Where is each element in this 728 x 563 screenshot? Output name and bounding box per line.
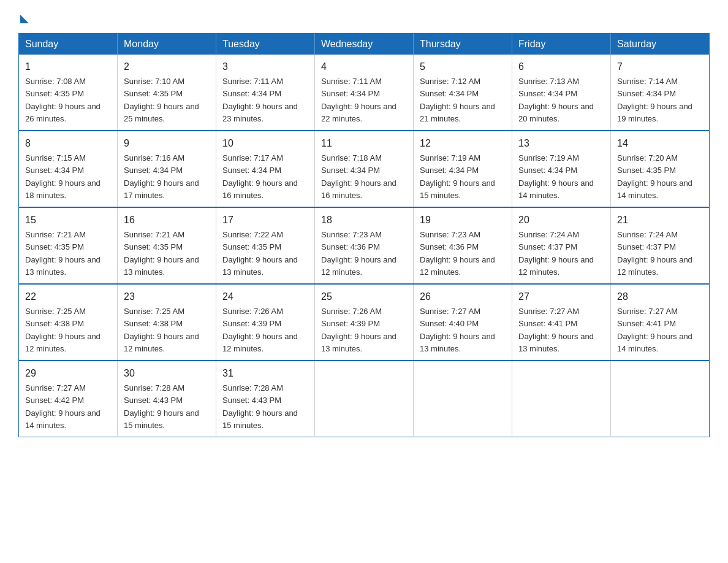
day-number: 1	[25, 59, 111, 74]
calendar-cell: 29Sunrise: 7:27 AMSunset: 4:42 PMDayligh…	[19, 361, 118, 437]
day-number: 15	[25, 213, 111, 228]
day-number: 27	[518, 289, 604, 304]
day-number: 25	[321, 289, 407, 304]
day-number: 6	[518, 59, 604, 74]
weekday-header-tuesday: Tuesday	[216, 34, 315, 55]
day-info: Sunrise: 7:28 AMSunset: 4:43 PMDaylight:…	[222, 383, 298, 430]
calendar-cell: 31Sunrise: 7:28 AMSunset: 4:43 PMDayligh…	[216, 361, 315, 437]
weekday-header-row: SundayMondayTuesdayWednesdayThursdayFrid…	[19, 34, 710, 55]
day-info: Sunrise: 7:19 AMSunset: 4:34 PMDaylight:…	[420, 153, 495, 200]
calendar-cell	[414, 361, 512, 437]
day-number: 19	[420, 213, 506, 228]
day-info: Sunrise: 7:14 AMSunset: 4:34 PMDaylight:…	[617, 77, 692, 123]
day-number: 4	[321, 59, 407, 74]
calendar-cell: 26Sunrise: 7:27 AMSunset: 4:40 PMDayligh…	[414, 284, 512, 361]
day-number: 23	[124, 289, 210, 304]
calendar-cell	[512, 361, 611, 437]
calendar-cell: 11Sunrise: 7:18 AMSunset: 4:34 PMDayligh…	[315, 131, 414, 207]
calendar-cell: 25Sunrise: 7:26 AMSunset: 4:39 PMDayligh…	[315, 284, 414, 361]
day-number: 21	[617, 213, 703, 228]
calendar-cell: 27Sunrise: 7:27 AMSunset: 4:41 PMDayligh…	[512, 284, 611, 361]
day-info: Sunrise: 7:21 AMSunset: 4:35 PMDaylight:…	[25, 230, 100, 277]
day-number: 31	[222, 366, 308, 381]
calendar-cell: 15Sunrise: 7:21 AMSunset: 4:35 PMDayligh…	[19, 207, 118, 284]
day-info: Sunrise: 7:27 AMSunset: 4:42 PMDaylight:…	[25, 383, 100, 430]
day-number: 7	[617, 59, 703, 74]
calendar-cell: 20Sunrise: 7:24 AMSunset: 4:37 PMDayligh…	[512, 207, 611, 284]
day-number: 12	[420, 136, 506, 151]
calendar-cell: 24Sunrise: 7:26 AMSunset: 4:39 PMDayligh…	[216, 284, 315, 361]
day-info: Sunrise: 7:19 AMSunset: 4:34 PMDaylight:…	[518, 153, 594, 200]
day-number: 5	[420, 59, 506, 74]
calendar-week-row: 22Sunrise: 7:25 AMSunset: 4:38 PMDayligh…	[19, 284, 710, 361]
day-info: Sunrise: 7:13 AMSunset: 4:34 PMDaylight:…	[518, 77, 594, 123]
calendar-cell: 12Sunrise: 7:19 AMSunset: 4:34 PMDayligh…	[414, 131, 512, 207]
weekday-header-sunday: Sunday	[19, 34, 118, 55]
day-number: 16	[124, 213, 210, 228]
calendar-week-row: 15Sunrise: 7:21 AMSunset: 4:35 PMDayligh…	[19, 207, 710, 284]
day-info: Sunrise: 7:16 AMSunset: 4:34 PMDaylight:…	[124, 153, 199, 200]
day-number: 13	[518, 136, 604, 151]
day-number: 18	[321, 213, 407, 228]
day-info: Sunrise: 7:18 AMSunset: 4:34 PMDaylight:…	[321, 153, 396, 200]
calendar-cell: 21Sunrise: 7:24 AMSunset: 4:37 PMDayligh…	[611, 207, 710, 284]
day-number: 11	[321, 136, 407, 151]
day-number: 10	[222, 136, 308, 151]
calendar-cell: 4Sunrise: 7:11 AMSunset: 4:34 PMDaylight…	[315, 55, 414, 131]
day-number: 28	[617, 289, 703, 304]
calendar-cell: 16Sunrise: 7:21 AMSunset: 4:35 PMDayligh…	[118, 207, 216, 284]
day-info: Sunrise: 7:22 AMSunset: 4:35 PMDaylight:…	[222, 230, 298, 277]
calendar-cell: 18Sunrise: 7:23 AMSunset: 4:36 PMDayligh…	[315, 207, 414, 284]
calendar-cell: 22Sunrise: 7:25 AMSunset: 4:38 PMDayligh…	[19, 284, 118, 361]
calendar-cell: 28Sunrise: 7:27 AMSunset: 4:41 PMDayligh…	[611, 284, 710, 361]
day-info: Sunrise: 7:11 AMSunset: 4:34 PMDaylight:…	[321, 77, 396, 123]
calendar-cell: 1Sunrise: 7:08 AMSunset: 4:35 PMDaylight…	[19, 55, 118, 131]
day-info: Sunrise: 7:26 AMSunset: 4:39 PMDaylight:…	[222, 307, 298, 353]
logo-arrow-icon	[20, 15, 29, 23]
calendar-cell: 6Sunrise: 7:13 AMSunset: 4:34 PMDaylight…	[512, 55, 611, 131]
day-info: Sunrise: 7:25 AMSunset: 4:38 PMDaylight:…	[25, 307, 100, 353]
day-number: 9	[124, 136, 210, 151]
day-number: 30	[124, 366, 210, 381]
day-info: Sunrise: 7:12 AMSunset: 4:34 PMDaylight:…	[420, 77, 495, 123]
calendar-cell: 8Sunrise: 7:15 AMSunset: 4:34 PMDaylight…	[19, 131, 118, 207]
day-info: Sunrise: 7:23 AMSunset: 4:36 PMDaylight:…	[321, 230, 396, 277]
calendar-week-row: 8Sunrise: 7:15 AMSunset: 4:34 PMDaylight…	[19, 131, 710, 207]
calendar-cell: 5Sunrise: 7:12 AMSunset: 4:34 PMDaylight…	[414, 55, 512, 131]
calendar-cell: 14Sunrise: 7:20 AMSunset: 4:35 PMDayligh…	[611, 131, 710, 207]
day-number: 8	[25, 136, 111, 151]
weekday-header-saturday: Saturday	[611, 34, 710, 55]
calendar-cell: 7Sunrise: 7:14 AMSunset: 4:34 PMDaylight…	[611, 55, 710, 131]
calendar-cell: 10Sunrise: 7:17 AMSunset: 4:34 PMDayligh…	[216, 131, 315, 207]
day-info: Sunrise: 7:26 AMSunset: 4:39 PMDaylight:…	[321, 307, 396, 353]
day-info: Sunrise: 7:25 AMSunset: 4:38 PMDaylight:…	[124, 307, 199, 353]
calendar-cell: 23Sunrise: 7:25 AMSunset: 4:38 PMDayligh…	[118, 284, 216, 361]
day-info: Sunrise: 7:11 AMSunset: 4:34 PMDaylight:…	[222, 77, 298, 123]
day-info: Sunrise: 7:21 AMSunset: 4:35 PMDaylight:…	[124, 230, 199, 277]
day-info: Sunrise: 7:17 AMSunset: 4:34 PMDaylight:…	[222, 153, 298, 200]
calendar-cell: 30Sunrise: 7:28 AMSunset: 4:43 PMDayligh…	[118, 361, 216, 437]
day-info: Sunrise: 7:08 AMSunset: 4:35 PMDaylight:…	[25, 77, 100, 123]
calendar-cell	[611, 361, 710, 437]
day-info: Sunrise: 7:20 AMSunset: 4:35 PMDaylight:…	[617, 153, 692, 200]
calendar-cell: 19Sunrise: 7:23 AMSunset: 4:36 PMDayligh…	[414, 207, 512, 284]
weekday-header-thursday: Thursday	[414, 34, 512, 55]
day-info: Sunrise: 7:28 AMSunset: 4:43 PMDaylight:…	[124, 383, 199, 430]
day-number: 29	[25, 366, 111, 381]
calendar-cell: 3Sunrise: 7:11 AMSunset: 4:34 PMDaylight…	[216, 55, 315, 131]
weekday-header-monday: Monday	[118, 34, 216, 55]
day-info: Sunrise: 7:23 AMSunset: 4:36 PMDaylight:…	[420, 230, 495, 277]
day-number: 26	[420, 289, 506, 304]
day-number: 17	[222, 213, 308, 228]
day-number: 22	[25, 289, 111, 304]
calendar-week-row: 29Sunrise: 7:27 AMSunset: 4:42 PMDayligh…	[19, 361, 710, 437]
day-number: 24	[222, 289, 308, 304]
day-info: Sunrise: 7:10 AMSunset: 4:35 PMDaylight:…	[124, 77, 199, 123]
calendar-table: SundayMondayTuesdayWednesdayThursdayFrid…	[18, 33, 710, 437]
weekday-header-friday: Friday	[512, 34, 611, 55]
calendar-cell: 17Sunrise: 7:22 AMSunset: 4:35 PMDayligh…	[216, 207, 315, 284]
day-number: 20	[518, 213, 604, 228]
weekday-header-wednesday: Wednesday	[315, 34, 414, 55]
logo	[18, 12, 29, 21]
day-info: Sunrise: 7:15 AMSunset: 4:34 PMDaylight:…	[25, 153, 100, 200]
